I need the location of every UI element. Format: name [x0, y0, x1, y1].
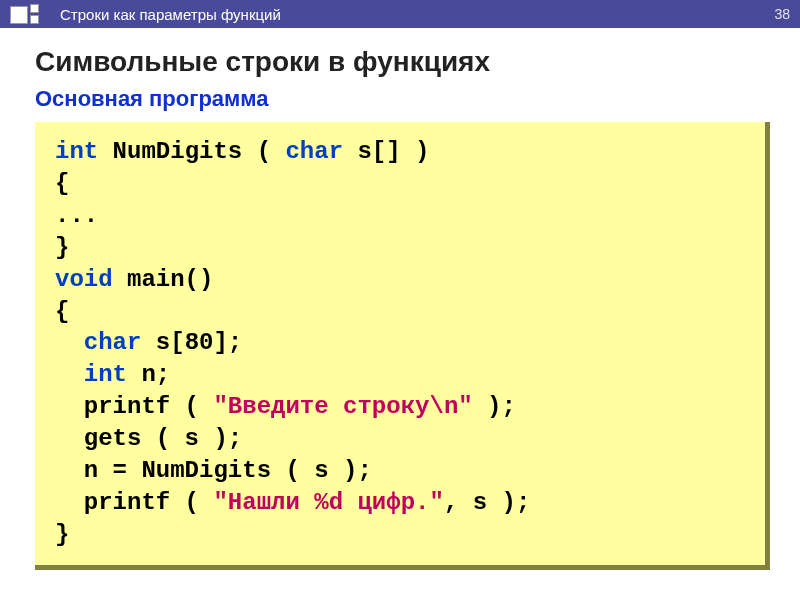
code-text [55, 361, 84, 388]
code-text: ... [55, 202, 98, 229]
code-text: { [55, 298, 69, 325]
header-topic: Строки как параметры функций [60, 6, 281, 23]
code-text: printf ( [55, 489, 213, 516]
square-icon [30, 4, 39, 13]
string-literal: "Введите строку\n" [213, 393, 472, 420]
slide-content: Символьные строки в функциях Основная пр… [0, 28, 800, 570]
code-text: NumDigits ( [98, 138, 285, 165]
code-text: main() [113, 266, 214, 293]
slide-title: Символьные строки в функциях [35, 46, 770, 78]
page-number: 38 [774, 6, 790, 22]
header-bar: Строки как параметры функций 38 [0, 0, 800, 28]
slide-subtitle: Основная программа [35, 86, 770, 112]
code-text [55, 329, 84, 356]
code-text: gets ( s ); [55, 425, 242, 452]
string-literal: "Нашли %d цифр." [213, 489, 443, 516]
code-text: n; [127, 361, 170, 388]
keyword-char: char [285, 138, 343, 165]
code-text: { [55, 170, 69, 197]
keyword-char: char [84, 329, 142, 356]
square-column [30, 4, 39, 24]
code-text: } [55, 234, 69, 261]
code-text: s[80]; [141, 329, 242, 356]
code-text: n = NumDigits ( s ); [55, 457, 372, 484]
slide: Строки как параметры функций 38 Символьн… [0, 0, 800, 600]
square-icon [10, 6, 28, 24]
decorative-squares [10, 4, 39, 24]
code-block: int NumDigits ( char s[] ) { ... } void … [35, 122, 770, 570]
code-text: ); [473, 393, 516, 420]
square-icon [30, 15, 39, 24]
keyword-int: int [55, 138, 98, 165]
code-text: s[] ) [343, 138, 429, 165]
keyword-int: int [84, 361, 127, 388]
code-text: } [55, 521, 69, 548]
code-text: printf ( [55, 393, 213, 420]
code-text: , s ); [444, 489, 530, 516]
keyword-void: void [55, 266, 113, 293]
